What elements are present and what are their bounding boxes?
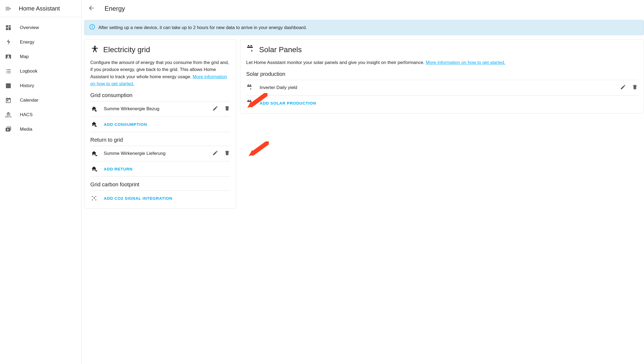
nav-label: Overview — [20, 25, 39, 30]
add-solar-production-row[interactable]: Add Solar Production — [246, 95, 638, 110]
info-alert: After setting up a new device, it can ta… — [84, 20, 644, 35]
delete-icon[interactable] — [632, 84, 638, 91]
svg-point-6 — [95, 199, 96, 200]
home-import-icon — [90, 120, 98, 128]
add-consumption-label: Add Consumption — [104, 122, 230, 127]
home-import-icon — [90, 105, 98, 113]
molecule-co2-icon — [90, 194, 98, 202]
dashboard-icon — [5, 24, 12, 31]
return-item-label: Summe Wirkenergie Lieferung — [104, 151, 206, 156]
nav-item-energy[interactable]: Energy — [0, 35, 81, 49]
card-title: Solar Panels — [259, 45, 302, 54]
delete-icon[interactable] — [224, 105, 230, 112]
add-consumption-row[interactable]: Add Consumption — [90, 117, 230, 132]
nav: Overview Energy Map Logbook History Cale… — [0, 17, 81, 137]
topbar: Energy — [81, 0, 644, 17]
solar-item-label: Inverter Daily yield — [260, 85, 614, 90]
solar-power-icon — [246, 84, 254, 91]
edit-icon[interactable] — [212, 150, 218, 157]
nav-label: HACS — [20, 112, 33, 117]
flash-icon — [5, 39, 12, 46]
chart-icon — [5, 82, 12, 89]
hacs-icon: HACS — [5, 111, 12, 118]
alert-text: After setting up a new device, it can ta… — [98, 25, 307, 30]
nav-label: History — [20, 83, 34, 88]
add-return-row[interactable]: Add Return — [90, 161, 230, 177]
add-solar-label: Add Solar Production — [260, 101, 638, 105]
nav-label: Logbook — [20, 69, 37, 74]
edit-icon[interactable] — [212, 105, 218, 112]
nav-item-history[interactable]: History — [0, 78, 81, 93]
list-icon — [5, 68, 12, 75]
svg-point-5 — [92, 199, 93, 200]
consumption-row: Summe Wirkenergie Bezug — [90, 101, 230, 117]
transmission-tower-icon — [90, 45, 99, 55]
solar-power-icon — [246, 45, 255, 55]
svg-point-3 — [92, 196, 93, 197]
add-return-label: Add Return — [104, 167, 230, 171]
nav-label: Map — [20, 54, 29, 59]
svg-point-4 — [95, 196, 96, 197]
delete-icon[interactable] — [224, 150, 230, 157]
main: Energy After setting up a new device, it… — [81, 0, 644, 364]
add-co2-label: Add CO2 signal integration — [104, 196, 230, 201]
nav-item-overview[interactable]: Overview — [0, 20, 81, 35]
solar-production-heading: Solar production — [246, 71, 638, 77]
solar-production-row: Inverter Daily yield — [246, 80, 638, 95]
edit-icon[interactable] — [620, 84, 626, 91]
back-arrow-icon[interactable] — [88, 5, 95, 13]
calendar-icon — [5, 97, 12, 104]
content: After setting up a new device, it can ta… — [81, 17, 644, 213]
grid-consumption-heading: Grid consumption — [90, 92, 230, 98]
svg-point-2 — [92, 26, 92, 26]
carbon-heading: Grid carbon footprint — [90, 181, 230, 188]
nav-label: Energy — [20, 40, 34, 45]
solar-panels-card: Solar Panels Let Home Assistant monitor … — [240, 39, 644, 113]
app-title: Home Assistant — [19, 5, 60, 12]
card-title: Electricity grid — [103, 45, 150, 54]
play-box-icon — [5, 126, 12, 133]
info-icon — [89, 24, 95, 31]
electricity-grid-card: Electricity grid Configure the amount of… — [84, 39, 236, 209]
home-export-icon — [90, 150, 98, 157]
nav-item-media[interactable]: Media — [0, 122, 81, 137]
return-heading: Return to grid — [90, 137, 230, 143]
page-title: Energy — [105, 5, 125, 12]
sidebar: Home Assistant Overview Energy Map Logbo… — [0, 0, 81, 364]
return-row: Summe Wirkenergie Lieferung — [90, 146, 230, 161]
card-description: Configure the amount of energy that you … — [90, 59, 230, 87]
nav-label: Calendar — [20, 98, 38, 103]
add-co2-row[interactable]: Add CO2 signal integration — [90, 191, 230, 206]
nav-label: Media — [20, 127, 32, 132]
home-export-icon — [90, 165, 98, 173]
nav-item-hacs[interactable]: HACS HACS — [0, 108, 81, 122]
menu-collapse-icon[interactable] — [5, 5, 11, 12]
account-box-icon — [5, 53, 12, 60]
card-description: Let Home Assistant monitor your solar pa… — [246, 59, 638, 66]
nav-item-calendar[interactable]: Calendar — [0, 93, 81, 108]
nav-item-logbook[interactable]: Logbook — [0, 64, 81, 78]
more-info-link[interactable]: More information on how to get started. — [426, 60, 505, 65]
nav-item-map[interactable]: Map — [0, 49, 81, 64]
sidebar-header: Home Assistant — [0, 0, 81, 17]
consumption-item-label: Summe Wirkenergie Bezug — [104, 106, 206, 112]
solar-power-icon — [246, 99, 254, 107]
